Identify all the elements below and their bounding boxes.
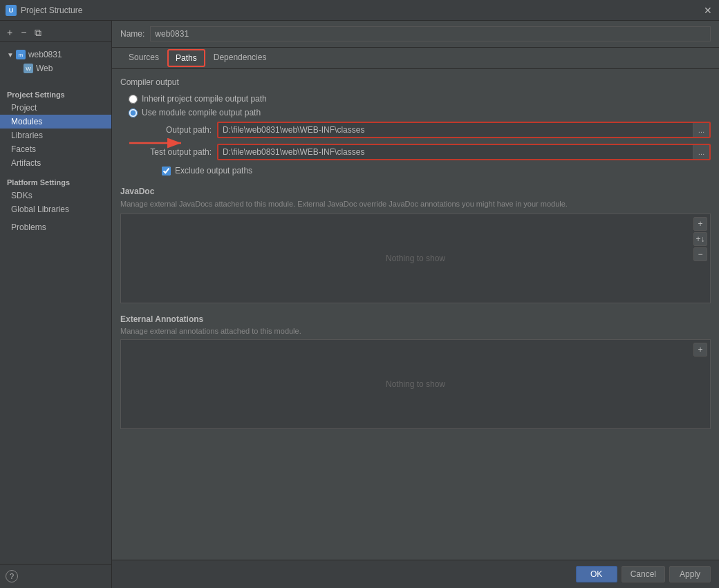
javadoc-section: JavaDoc Manage external JavaDocs attache… [120,187,711,303]
window-title: Project Structure [21,6,702,15]
sidebar-item-project[interactable]: Project [0,101,111,115]
sidebar-item-artifacts[interactable]: Artifacts [0,156,111,170]
platform-settings-section: Platform Settings SDKs Global Libraries [0,174,111,216]
apply-button[interactable]: Apply [669,566,711,582]
javadoc-add-url-button[interactable]: +↓ [693,232,707,246]
test-output-path-label: Test output path: [129,147,212,157]
output-path-input[interactable] [218,123,709,137]
tree-expand-icon: ▼ [7,51,14,59]
output-path-label: Output path: [129,125,212,135]
module-tree: ▼ m web0831 W Web [0,45,111,78]
title-bar: U Project Structure ✕ [0,0,719,21]
tab-dependencies[interactable]: Dependencies [205,48,275,68]
main-layout: + − ⧉ ▼ m web0831 W Web Project Settings… [0,21,719,588]
name-label: Name: [120,29,144,39]
test-output-path-row: Test output path: … [120,144,711,160]
module-subtree: W Web [0,61,111,75]
test-output-path-wrap: … [217,144,711,160]
javadoc-add-button[interactable]: + [693,217,707,231]
name-bar: Name: [112,21,719,48]
module-root-item[interactable]: ▼ m web0831 [0,48,111,61]
sidebar-item-libraries[interactable]: Libraries [0,129,111,142]
inherit-radio-label: Inherit project compile output path [142,94,267,104]
sidebar-item-facets[interactable]: Facets [0,142,111,156]
ext-annot-empty-text: Nothing to show [386,379,445,389]
problems-section: Problems [0,220,111,234]
content-scroll: Compiler output Inherit project compile … [112,69,719,560]
web-icon: W [24,64,33,73]
ext-annot-panel: Nothing to show + [120,339,711,429]
exclude-checkbox-row: Exclude output paths [120,166,711,176]
name-input[interactable] [150,26,711,41]
javadoc-remove-button[interactable]: − [693,247,707,261]
javadoc-title: JavaDoc [120,187,711,196]
close-button[interactable]: ✕ [702,5,713,16]
module-icon: m [16,50,26,59]
ext-annot-title: External Annotations [120,314,711,324]
platform-settings-header: Platform Settings [0,174,111,189]
inherit-radio[interactable] [129,95,138,104]
external-annotations-section: External Annotations Manage external ann… [120,314,711,429]
test-output-path-input[interactable] [218,145,709,159]
compiler-output-section: Compiler output Inherit project compile … [120,77,711,176]
test-output-path-browse-button[interactable]: … [693,145,709,159]
nav-toolbar: + − ⧉ [0,23,111,42]
content-area: Name: Sources Paths Dependencies Compile… [112,21,719,588]
inherit-radio-row: Inherit project compile output path [120,94,711,104]
module-radio[interactable] [129,108,138,117]
exclude-checkbox[interactable] [162,167,171,176]
ok-button[interactable]: OK [576,566,617,582]
help-button[interactable]: ? [6,570,18,582]
cancel-button[interactable]: Cancel [622,566,665,582]
module-child-web-label: Web [36,64,53,73]
module-radio-row: Use module compile output path [120,108,711,117]
add-button[interactable]: + [4,26,15,39]
exclude-checkbox-label: Exclude output paths [175,166,252,176]
tab-paths[interactable]: Paths [167,49,205,67]
module-root-label: web0831 [28,50,62,59]
module-radio-label: Use module compile output path [142,108,261,117]
app-icon: U [6,5,17,16]
javadoc-description: Manage external JavaDocs attached to thi… [120,199,711,209]
compiler-output-title: Compiler output [120,77,711,87]
output-path-row: Output path: … [120,122,711,138]
sidebar: + − ⧉ ▼ m web0831 W Web Project Settings… [0,21,112,588]
sidebar-spacer [0,234,111,564]
sidebar-item-problems[interactable]: Problems [0,220,111,234]
ext-annot-toolbar: + [693,343,707,357]
output-path-wrap: … [217,122,711,138]
output-path-browse-button[interactable]: … [693,123,709,137]
javadoc-panel: Nothing to show + +↓ − [120,214,711,303]
help-area: ? [0,564,111,588]
sidebar-item-sdks[interactable]: SDKs [0,189,111,202]
javadoc-toolbar: + +↓ − [693,217,707,261]
tab-sources[interactable]: Sources [120,48,167,68]
copy-button[interactable]: ⧉ [32,26,44,39]
project-settings-section: Project Settings Project Modules Librari… [0,86,111,170]
javadoc-empty-text: Nothing to show [386,254,445,263]
project-settings-header: Project Settings [0,86,111,101]
ext-annot-description: Manage external annotations attached to … [120,327,711,335]
ext-annot-add-button[interactable]: + [693,343,707,357]
tabs-row: Sources Paths Dependencies [112,48,719,69]
module-child-web[interactable]: W Web [7,61,111,75]
sidebar-item-global-libraries[interactable]: Global Libraries [0,202,111,216]
remove-button[interactable]: − [18,26,29,39]
bottom-bar: OK Cancel Apply [112,560,719,588]
sidebar-item-modules[interactable]: Modules [0,115,111,129]
